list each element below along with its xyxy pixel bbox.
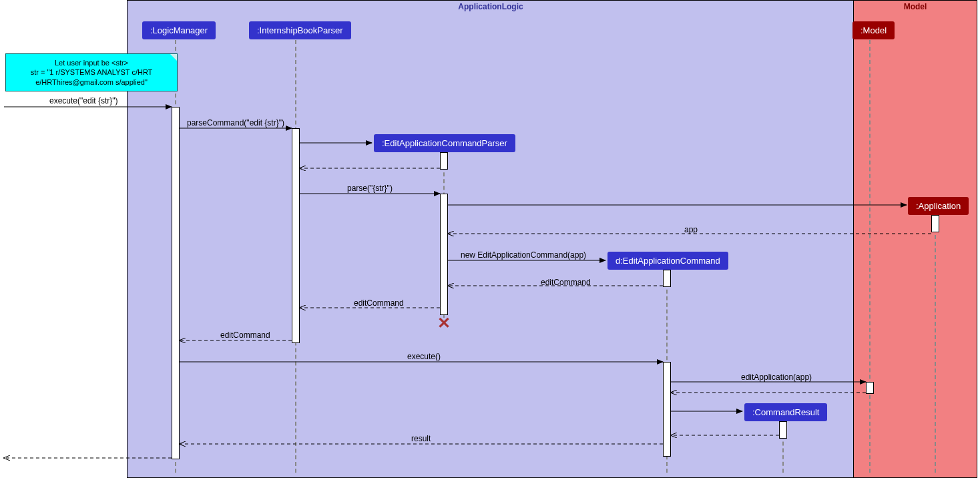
- msg-app: app: [684, 225, 698, 234]
- participant-model: :Model: [852, 21, 895, 39]
- note-line1: Let user input be <str>: [55, 59, 128, 67]
- participant-internship-book-parser: :InternshipBookParser: [249, 21, 351, 39]
- activation-internship-book-parser: [292, 128, 300, 343]
- msg-execute: execute(): [407, 352, 441, 361]
- activation-application-create: [931, 215, 939, 232]
- destroy-icon: ✕: [437, 314, 451, 332]
- activation-model-editapp: [866, 382, 874, 394]
- note-line2: str = "1 r/SYSTEMS ANALYST c/HRT: [31, 68, 153, 76]
- participant-logic-manager: :LogicManager: [142, 21, 216, 39]
- activation-eacp-create: [440, 152, 448, 170]
- msg-execute-edit: execute("edit {str}"): [49, 96, 118, 105]
- participant-command-result: :CommandResult: [744, 403, 827, 421]
- msg-result: result: [411, 434, 431, 443]
- activation-logic-manager: [172, 107, 180, 459]
- participant-edit-app-cmd: d:EditApplicationCommand: [607, 252, 728, 270]
- msg-edit-cmd-ret2: editCommand: [354, 298, 404, 308]
- lifeline-model: [869, 40, 871, 473]
- participant-edit-app-cmd-parser: :EditApplicationCommandParser: [374, 134, 515, 152]
- note-line3: e/HRThires@gmail.com s/applied": [35, 78, 148, 86]
- activation-eac-create: [663, 270, 671, 287]
- msg-edit-cmd-ret1: editCommand: [541, 278, 591, 287]
- note-user-input: Let user input be <str> str = "1 r/SYSTE…: [5, 53, 178, 91]
- region-model: Model: [853, 0, 977, 478]
- region-title-model: Model: [904, 2, 927, 11]
- msg-new-edit-cmd: new EditApplicationCommand(app): [461, 250, 586, 260]
- msg-edit-cmd-ret3: editCommand: [220, 330, 270, 340]
- activation-eacp-parse: [440, 194, 448, 315]
- region-title-app-logic: ApplicationLogic: [458, 2, 523, 11]
- activation-eac-execute: [663, 362, 671, 457]
- msg-parse-str: parse("{str}"): [347, 184, 393, 193]
- activation-command-result-create: [779, 421, 787, 439]
- msg-parse-command: parseCommand("edit {str}"): [187, 118, 284, 128]
- lifeline-application: [935, 215, 936, 473]
- participant-application: :Application: [908, 197, 969, 215]
- msg-edit-application: editApplication(app): [741, 373, 812, 382]
